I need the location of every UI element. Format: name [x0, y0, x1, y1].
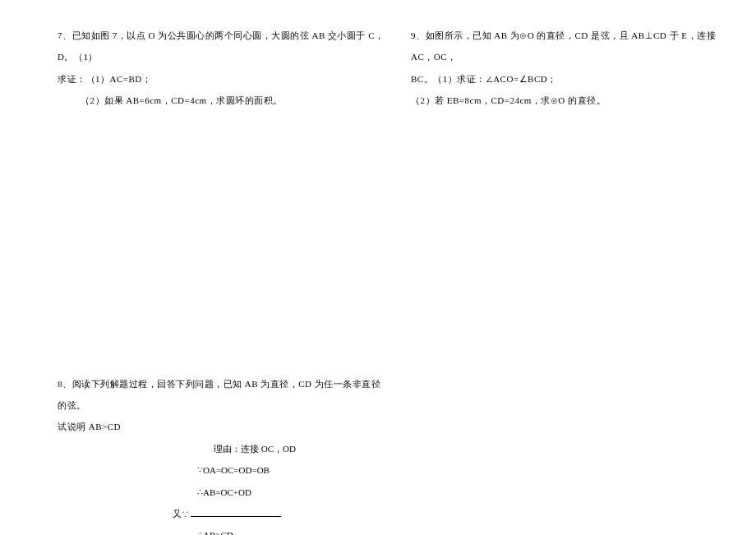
q7-line1: 7、已知如图 7，以点 O 为公共圆心的两个同心圆，大圆的弦 AB 交小圆于 C… [58, 25, 386, 68]
q8-reason-therefore2: ∴AB>CD [58, 524, 386, 535]
q8-reason-blank-row: 又∵ [58, 503, 386, 524]
fill-in-blank[interactable] [191, 516, 281, 517]
q8-line1: 8、阅读下列解题过程，回答下列问题，已知 AB 为直径，CD 为任一条非直径的弦… [58, 373, 386, 417]
q8-line2: 试说明 AB>CD [58, 416, 386, 437]
q8-blank-prefix: 又∵ [173, 509, 189, 519]
vertical-spacer [58, 112, 386, 373]
q9-line3: （2）若 EB=8cm，CD=24cm，求⊙O 的直径。 [411, 90, 740, 111]
right-column: 9、如图所示，已知 AB 为⊙O 的直径，CD 是弦，且 AB⊥CD 于 E，连… [411, 25, 740, 535]
page-container: 7、已知如图 7，以点 O 为公共圆心的两个同心圆，大圆的弦 AB 交小圆于 C… [0, 0, 756, 535]
left-column: 7、已知如图 7，以点 O 为公共圆心的两个同心圆，大圆的弦 AB 交小圆于 C… [58, 25, 386, 535]
q7-line3: （2）如果 AB=6cm，CD=4cm，求圆环的面积。 [58, 90, 386, 111]
q7-line2: 求证：（1）AC=BD； [58, 68, 386, 90]
q9-line1: 9、如图所示，已知 AB 为⊙O 的直径，CD 是弦，且 AB⊥CD 于 E，连… [411, 25, 740, 68]
q8-reason-connect: 理由：连接 OC，OD [58, 438, 386, 459]
q9-line2: BC。（1）求证：∠ACO=∠BCD； [411, 68, 740, 90]
q8-reason-therefore1: ∴AB=OC+OD [58, 482, 386, 503]
q8-reason-because: ∵OA=OC=OD=OB [58, 459, 386, 481]
